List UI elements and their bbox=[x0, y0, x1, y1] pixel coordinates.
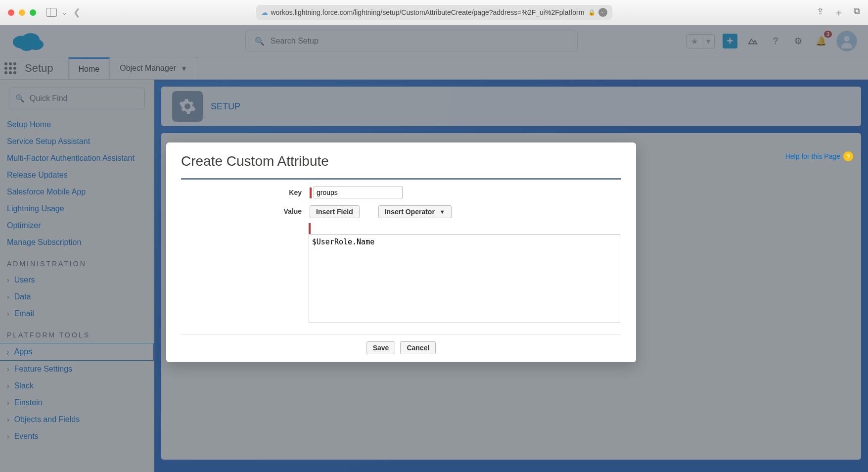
required-indicator-icon bbox=[310, 188, 312, 198]
share-icon[interactable]: ⇪ bbox=[817, 6, 824, 19]
help-bubble-icon: ? bbox=[843, 151, 853, 161]
required-indicator-icon bbox=[309, 223, 311, 234]
site-settings-icon[interactable]: ··· bbox=[598, 8, 607, 17]
formula-textarea[interactable] bbox=[309, 234, 620, 323]
help-for-page-link[interactable]: Help for this Page ? bbox=[785, 151, 853, 161]
save-button[interactable]: Save bbox=[366, 341, 396, 354]
cancel-button[interactable]: Cancel bbox=[400, 341, 436, 354]
maximize-window-icon[interactable] bbox=[30, 9, 36, 16]
value-label: Value bbox=[181, 205, 310, 218]
insert-operator-button[interactable]: Insert Operator▼ bbox=[378, 205, 452, 218]
minimize-window-icon[interactable] bbox=[19, 9, 25, 16]
close-window-icon[interactable] bbox=[8, 9, 14, 16]
insert-field-button[interactable]: Insert Field bbox=[310, 205, 360, 218]
insert-field-label: Insert Field bbox=[316, 208, 353, 216]
browser-chrome: ⌄ ❮ ☁︎ workos.lightning.force.com/lightn… bbox=[0, 0, 868, 25]
tab-overview-icon[interactable]: ⧉ bbox=[854, 6, 860, 19]
key-input[interactable] bbox=[314, 187, 403, 198]
url-bar[interactable]: ☁︎ workos.lightning.force.com/lightning/… bbox=[256, 5, 612, 20]
tab-list-dropdown-icon[interactable]: ⌄ bbox=[62, 9, 67, 16]
lock-icon: 🔒 bbox=[588, 9, 595, 16]
modal-title: Create Custom Attribute bbox=[166, 153, 636, 174]
caret-down-icon: ▼ bbox=[440, 209, 445, 215]
back-button-icon[interactable]: ❮ bbox=[73, 7, 81, 18]
key-label: Key bbox=[181, 187, 310, 198]
insert-operator-label: Insert Operator bbox=[385, 208, 435, 216]
new-tab-icon[interactable]: ＋ bbox=[834, 6, 844, 19]
traffic-lights bbox=[8, 9, 36, 16]
sidebar-toggle-icon[interactable] bbox=[46, 8, 57, 17]
url-text: workos.lightning.force.com/lightning/set… bbox=[271, 8, 585, 16]
site-cloud-icon: ☁︎ bbox=[261, 8, 268, 16]
help-label: Help for this Page bbox=[785, 152, 840, 160]
create-custom-attribute-modal: Create Custom Attribute Key Value Insert… bbox=[166, 142, 636, 362]
